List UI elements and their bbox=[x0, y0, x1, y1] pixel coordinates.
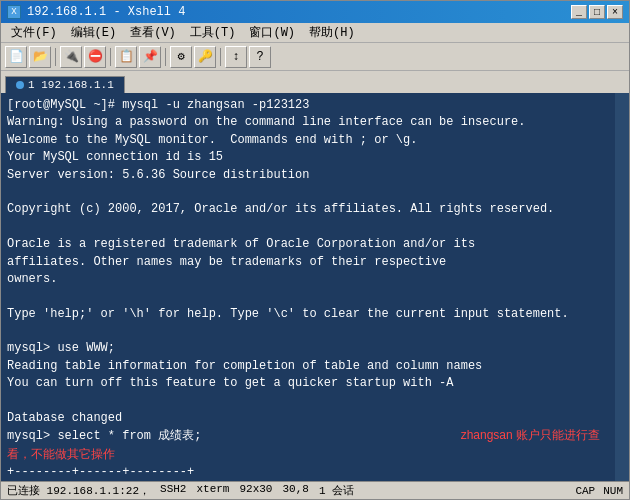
window-controls: _ □ × bbox=[571, 5, 623, 19]
maximize-button[interactable]: □ bbox=[589, 5, 605, 19]
title-bar-left: X 192.168.1.1 - Xshell 4 bbox=[7, 5, 185, 19]
paste-button[interactable]: 📌 bbox=[139, 46, 161, 68]
terminal-line-18: Database changed bbox=[7, 411, 122, 425]
toolbar-separator-2 bbox=[110, 48, 111, 66]
toolbar-separator-3 bbox=[165, 48, 166, 66]
terminal-line-4: Server version: 5.6.36 Source distributi… bbox=[7, 168, 309, 182]
terminal-line-6: Copyright (c) 2000, 2017, Oracle and/or … bbox=[7, 202, 554, 216]
terminal-line-10: owners. bbox=[7, 272, 57, 286]
annotation-1-text: zhangsan 账户只能进行查看，不能做其它操作 bbox=[7, 428, 600, 460]
menu-tools[interactable]: 工具(T) bbox=[184, 23, 242, 42]
main-window: X 192.168.1.1 - Xshell 4 _ □ × 文件(F) 编辑(… bbox=[0, 0, 630, 500]
terminal-line-3: Your MySQL connection id is 15 bbox=[7, 150, 223, 164]
transfer-button[interactable]: ↕ bbox=[225, 46, 247, 68]
toolbar: 📄 📂 🔌 ⛔ 📋 📌 ⚙ 🔑 ↕ ? bbox=[1, 43, 629, 71]
tab-session-1[interactable]: 1 192.168.1.1 bbox=[5, 76, 125, 93]
new-button[interactable]: 📄 bbox=[5, 46, 27, 68]
terminal-scrollbar[interactable] bbox=[615, 93, 629, 481]
terminal-line-8: Oracle is a registered trademark of Orac… bbox=[7, 237, 475, 251]
window-title: 192.168.1.1 - Xshell 4 bbox=[27, 5, 185, 19]
close-button[interactable]: × bbox=[607, 5, 623, 19]
status-connection: 已连接 192.168.1.1:22， bbox=[7, 483, 150, 498]
status-left: 已连接 192.168.1.1:22， SSH2 xterm 92x30 30,… bbox=[7, 483, 354, 498]
terminal-line-14: mysql> use WWW; bbox=[7, 341, 115, 355]
connect-button[interactable]: 🔌 bbox=[60, 46, 82, 68]
status-right: CAP NUM bbox=[575, 485, 623, 497]
menu-help[interactable]: 帮助(H) bbox=[303, 23, 361, 42]
terminal-output[interactable]: [root@MySQL ~]# mysql -u zhangsan -p1231… bbox=[1, 93, 615, 481]
help-btn[interactable]: ? bbox=[249, 46, 271, 68]
menu-view[interactable]: 查看(V) bbox=[124, 23, 182, 42]
terminal-line-15: Reading table information for completion… bbox=[7, 359, 482, 373]
status-bar: 已连接 192.168.1.1:22， SSH2 xterm 92x30 30,… bbox=[1, 481, 629, 499]
status-ssh: SSH2 bbox=[160, 483, 186, 498]
settings-button[interactable]: ⚙ bbox=[170, 46, 192, 68]
tab-label: 1 192.168.1.1 bbox=[28, 79, 114, 91]
disconnect-button[interactable]: ⛔ bbox=[84, 46, 106, 68]
status-term: xterm bbox=[196, 483, 229, 498]
terminal-line-12: Type 'help;' or '\h' for help. Type '\c'… bbox=[7, 307, 569, 321]
title-bar: X 192.168.1.1 - Xshell 4 _ □ × bbox=[1, 1, 629, 23]
status-num: NUM bbox=[603, 485, 623, 497]
toolbar-separator-1 bbox=[55, 48, 56, 66]
status-cap: CAP bbox=[575, 485, 595, 497]
menu-bar: 文件(F) 编辑(E) 查看(V) 工具(T) 窗口(W) 帮助(H) bbox=[1, 23, 629, 43]
open-button[interactable]: 📂 bbox=[29, 46, 51, 68]
minimize-button[interactable]: _ bbox=[571, 5, 587, 19]
terminal-wrapper: [root@MySQL ~]# mysql -u zhangsan -p1231… bbox=[1, 93, 629, 481]
terminal-line-select: mysql> select * from 成绩表; zhangsan 账户只能进… bbox=[7, 429, 605, 481]
terminal-line-16: You can turn off this feature to get a q… bbox=[7, 376, 453, 390]
terminal-line-1: Warning: Using a password on the command… bbox=[7, 115, 525, 129]
toolbar-separator-4 bbox=[220, 48, 221, 66]
key-button[interactable]: 🔑 bbox=[194, 46, 216, 68]
status-sessions: 1 会话 bbox=[319, 483, 354, 498]
menu-window[interactable]: 窗口(W) bbox=[243, 23, 301, 42]
menu-edit[interactable]: 编辑(E) bbox=[65, 23, 123, 42]
tab-status-dot bbox=[16, 81, 24, 89]
terminal-line-9: affiliates. Other names may be trademark… bbox=[7, 255, 446, 269]
terminal-line-0: [root@MySQL ~]# mysql -u zhangsan -p1231… bbox=[7, 98, 309, 112]
status-size: 92x30 bbox=[239, 483, 272, 498]
menu-file[interactable]: 文件(F) bbox=[5, 23, 63, 42]
status-pos: 30,8 bbox=[282, 483, 308, 498]
terminal-line-2: Welcome to the MySQL monitor. Commands e… bbox=[7, 133, 417, 147]
app-icon: X bbox=[7, 5, 21, 19]
tab-bar: 1 192.168.1.1 bbox=[1, 71, 629, 93]
copy-button[interactable]: 📋 bbox=[115, 46, 137, 68]
